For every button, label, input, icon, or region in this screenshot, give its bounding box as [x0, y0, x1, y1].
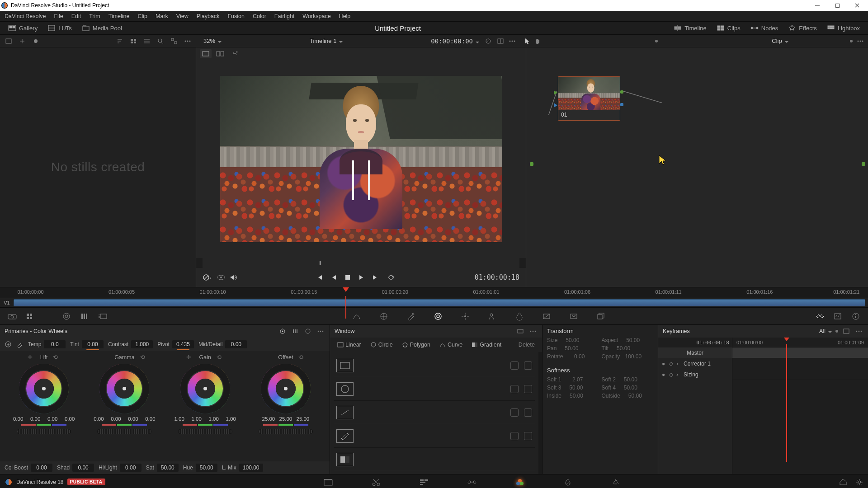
menu-view[interactable]: View: [172, 13, 193, 19]
temp-value[interactable]: 0.0: [44, 340, 66, 348]
node-graph-output[interactable]: [862, 162, 865, 166]
window-palette[interactable]: [432, 310, 444, 322]
corrector-node-01[interactable]: 01: [558, 76, 620, 121]
menu-workspace[interactable]: Workspace: [298, 13, 335, 19]
home-button[interactable]: [839, 478, 847, 486]
window-invert-toggle[interactable]: [510, 432, 519, 440]
viewer-video-frame[interactable]: [220, 76, 502, 242]
node-rgb-output[interactable]: [620, 90, 623, 94]
keyframes-palette[interactable]: [814, 310, 826, 322]
keyframe-tree-corrector[interactable]: ●◇›Corrector 1: [658, 358, 732, 369]
timeline-selector[interactable]: Timeline 1: [310, 38, 343, 44]
sat-value[interactable]: 50.00: [157, 464, 179, 472]
menu-playback[interactable]: Playback: [193, 13, 224, 19]
viewer-options-button[interactable]: [509, 40, 515, 42]
window-close-button[interactable]: [847, 0, 867, 11]
sizing-palette[interactable]: [568, 310, 580, 322]
keyframes-expand[interactable]: [842, 327, 851, 336]
size-value[interactable]: 50.00: [559, 337, 579, 343]
rotate-value[interactable]: 0.00: [565, 353, 585, 360]
soft3-value[interactable]: 50.00: [563, 385, 583, 391]
outside-value[interactable]: 50.00: [622, 393, 642, 399]
soft1-value[interactable]: 2.07: [563, 376, 583, 383]
color-checker-palette[interactable]: [24, 310, 36, 322]
color-warper-palette[interactable]: [378, 310, 390, 322]
window-options[interactable]: [528, 327, 538, 336]
offset-reset-button[interactable]: ⟲: [298, 354, 306, 361]
pointer-tool[interactable]: [524, 38, 530, 44]
hue-value[interactable]: 50.00: [196, 464, 217, 472]
keyframe-playhead[interactable]: [784, 338, 789, 341]
fusion-page-button[interactable]: [466, 476, 478, 488]
qualifier-palette[interactable]: [405, 310, 417, 322]
window-row-gradient[interactable]: [334, 448, 535, 471]
window-mask-toggle[interactable]: [524, 385, 532, 393]
offset-color-wheel[interactable]: [261, 364, 311, 413]
filter-button[interactable]: [168, 36, 180, 46]
add-gradient-window[interactable]: Gradient: [469, 340, 504, 349]
menu-mark[interactable]: Mark: [151, 13, 172, 19]
window-invert-toggle[interactable]: [510, 361, 519, 370]
add-circle-window[interactable]: Circle: [368, 340, 396, 349]
delete-window-button[interactable]: Delete: [516, 340, 538, 349]
offset-values[interactable]: 25.0025.0025.00: [261, 416, 311, 422]
menu-clip[interactable]: Clip: [134, 13, 152, 19]
chevron-right-icon[interactable]: ›: [676, 371, 682, 378]
blur-palette[interactable]: [514, 310, 525, 322]
menu-trim[interactable]: Trim: [85, 13, 104, 19]
keyframe-tree-master[interactable]: Master: [658, 347, 732, 358]
curves-palette[interactable]: [351, 310, 363, 322]
timeline-playhead[interactable]: [343, 287, 349, 292]
menu-edit[interactable]: Edit: [67, 13, 85, 19]
rgb-mixer-palette[interactable]: [79, 310, 90, 322]
opacity-value[interactable]: 100.00: [622, 353, 642, 360]
viewer-timecode[interactable]: 00:00:00:00: [431, 38, 479, 45]
timeline-ruler[interactable]: 01:00:00:00 01:00:00:05 01:00:00:10 01:0…: [0, 287, 868, 298]
color-page-button[interactable]: [514, 476, 526, 488]
next-frame-button[interactable]: [372, 274, 379, 281]
middetail-value[interactable]: 0.00: [225, 340, 247, 348]
lift-picker-icon[interactable]: ✛: [28, 354, 35, 361]
add-linear-window[interactable]: Linear: [335, 340, 364, 349]
gamma-picker-icon[interactable]: [102, 354, 109, 361]
timeline-clip[interactable]: [14, 299, 865, 306]
shad-value[interactable]: 0.00: [72, 464, 94, 472]
loop-button[interactable]: [387, 274, 396, 281]
scopes-palette[interactable]: [832, 310, 844, 322]
gamma-master-slider[interactable]: [97, 429, 151, 434]
bypass-grades-button[interactable]: [203, 274, 212, 281]
lightbox-toggle[interactable]: Lightbox: [822, 22, 864, 34]
menu-fairlight[interactable]: Fairlight: [270, 13, 298, 19]
viewer-zoom-dropdown[interactable]: 32%: [203, 38, 222, 44]
add-curve-window[interactable]: Curve: [437, 340, 465, 349]
node-graph-source[interactable]: [530, 162, 533, 166]
colboost-value[interactable]: 0.00: [31, 464, 52, 472]
window-row-linear[interactable]: [334, 354, 535, 377]
keyframes-mode-dropdown[interactable]: All: [819, 328, 832, 334]
hand-tool[interactable]: [534, 38, 541, 44]
lift-master-slider[interactable]: [17, 429, 71, 434]
grab-still-button[interactable]: [16, 36, 28, 46]
keyframe-tree-sizing[interactable]: ●◇›Sizing: [658, 369, 732, 380]
tilt-value[interactable]: 50.00: [610, 345, 630, 352]
soft2-value[interactable]: 50.00: [618, 376, 637, 383]
node-options-button[interactable]: [857, 40, 863, 42]
window-row-curve[interactable]: [334, 401, 535, 424]
tracker-palette[interactable]: [459, 310, 471, 322]
viewer-mode-enhanced[interactable]: [229, 49, 241, 58]
media-page-button[interactable]: [322, 476, 334, 488]
menu-timeline[interactable]: Timeline: [104, 13, 134, 19]
effects-toggle[interactable]: Effects: [783, 22, 821, 34]
pick-white-point-button[interactable]: [16, 341, 24, 348]
edit-page-button[interactable]: [418, 476, 430, 488]
sort-button[interactable]: [114, 36, 126, 46]
search-button[interactable]: [155, 36, 166, 46]
node-editor-panel[interactable]: 01: [526, 47, 868, 287]
node-alpha-input[interactable]: [554, 103, 557, 108]
luts-toggle[interactable]: LUTs: [43, 22, 76, 34]
gain-reset-button[interactable]: ⟲: [217, 354, 224, 361]
offset-master-slider[interactable]: [259, 429, 313, 434]
lmix-value[interactable]: 100.00: [239, 464, 263, 472]
media-pool-toggle[interactable]: Media Pool: [77, 22, 127, 34]
wheels-mode-log[interactable]: [303, 327, 312, 336]
